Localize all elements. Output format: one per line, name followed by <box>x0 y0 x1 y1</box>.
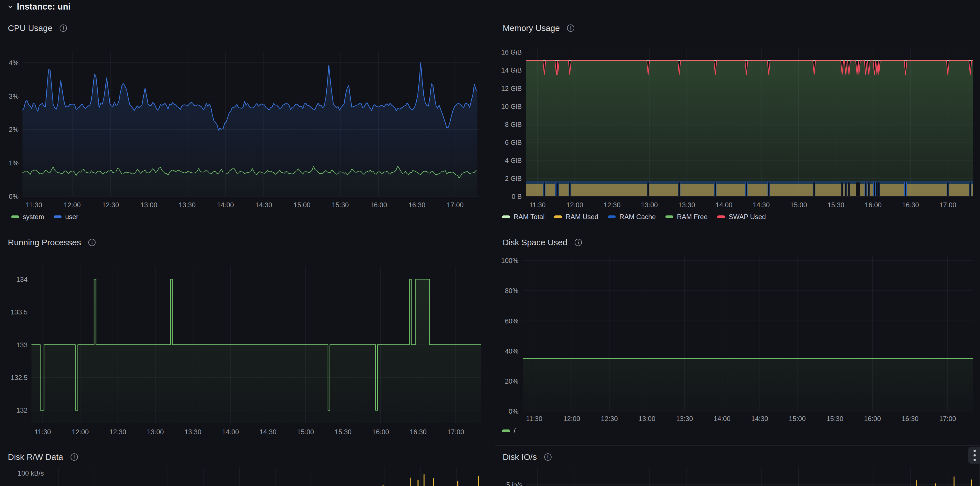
disk-io-panel-outline <box>495 446 980 486</box>
info-icon[interactable]: i <box>60 24 67 32</box>
svg-text:16:30: 16:30 <box>410 428 426 436</box>
legend-item-ram-total[interactable]: RAM Total <box>502 213 544 221</box>
svg-text:17:00: 17:00 <box>447 201 464 209</box>
panel-title-running-processes[interactable]: Running Processes i <box>8 237 95 248</box>
svg-text:14:00: 14:00 <box>716 201 732 209</box>
svg-text:16:00: 16:00 <box>864 415 881 422</box>
svg-text:4%: 4% <box>9 59 19 67</box>
svg-text:15:30: 15:30 <box>827 415 843 422</box>
legend-swatch <box>54 215 62 218</box>
svg-text:15:00: 15:00 <box>790 201 807 209</box>
svg-text:13:30: 13:30 <box>678 201 695 209</box>
legend-item-ram-used[interactable]: RAM Used <box>554 213 598 221</box>
svg-text:40%: 40% <box>505 347 519 355</box>
svg-text:13:30: 13:30 <box>676 415 693 422</box>
svg-text:16:30: 16:30 <box>409 201 425 209</box>
legend-label: RAM Total <box>514 213 544 221</box>
svg-text:12:30: 12:30 <box>601 415 617 422</box>
svg-text:15:30: 15:30 <box>332 201 349 209</box>
panel-title-text: CPU Usage <box>8 23 52 33</box>
panel-title-disk-rw-data[interactable]: Disk R/W Data i <box>8 451 78 463</box>
legend-swatch <box>608 215 616 218</box>
svg-text:6 GiB: 6 GiB <box>505 139 522 146</box>
chart-memory-usage: 0 B2 GiB4 GiB6 GiB8 GiB10 GiB12 GiB14 Gi… <box>501 48 973 209</box>
dashboard-charts-canvas[interactable]: 0%1%2%3%4%11:3012:0012:3013:0013:3014:00… <box>0 0 980 486</box>
legend-swatch <box>11 215 19 218</box>
legend-swatch <box>502 215 510 218</box>
svg-text:12:30: 12:30 <box>102 201 119 209</box>
svg-text:13:00: 13:00 <box>638 415 655 422</box>
dashboard-page: 0%1%2%3%4%11:3012:0012:3013:0013:3014:00… <box>0 0 980 486</box>
panel-title-cpu-usage[interactable]: CPU Usage i <box>8 22 67 34</box>
svg-text:132.5: 132.5 <box>11 374 27 381</box>
svg-text:15:00: 15:00 <box>789 415 806 422</box>
legend-label: system <box>23 213 44 221</box>
svg-text:2%: 2% <box>9 126 19 133</box>
svg-text:8 GiB: 8 GiB <box>505 121 522 128</box>
svg-text:16:00: 16:00 <box>370 201 387 209</box>
svg-text:14:30: 14:30 <box>255 201 272 209</box>
legend-label: user <box>65 213 78 221</box>
legend-item-user[interactable]: user <box>54 213 78 221</box>
svg-text:16:00: 16:00 <box>372 428 389 436</box>
legend-memory-usage: RAM TotalRAM UsedRAM CacheRAM FreeSWAP U… <box>502 213 766 221</box>
svg-text:132: 132 <box>16 406 27 414</box>
svg-text:11:30: 11:30 <box>526 415 542 422</box>
svg-text:13:00: 13:00 <box>147 428 164 436</box>
svg-text:15:30: 15:30 <box>334 428 352 436</box>
svg-text:2 GiB: 2 GiB <box>505 175 522 182</box>
legend-item-system[interactable]: system <box>11 213 44 221</box>
legend-item-ram-cache[interactable]: RAM Cache <box>608 213 655 221</box>
legend-swatch <box>717 215 725 218</box>
legend-disk-space-used: / <box>502 427 515 435</box>
legend-item-swap-used[interactable]: SWAP Used <box>717 213 766 221</box>
panel-title-disk-space-used[interactable]: Disk Space Used i <box>503 237 582 248</box>
svg-text:16:00: 16:00 <box>865 201 881 209</box>
svg-text:12:00: 12:00 <box>64 201 81 209</box>
svg-text:11:30: 11:30 <box>529 201 546 209</box>
svg-text:14:00: 14:00 <box>222 428 239 436</box>
svg-text:12:00: 12:00 <box>72 428 89 436</box>
legend-swatch <box>554 215 562 218</box>
info-icon[interactable]: i <box>88 239 95 246</box>
svg-text:16 GiB: 16 GiB <box>501 48 522 56</box>
svg-text:0%: 0% <box>9 193 19 200</box>
legend-cpu-usage: systemuser <box>11 213 78 221</box>
svg-text:12 GiB: 12 GiB <box>501 84 522 92</box>
chart-running-processes: 132132.5133133.513411:3012:0012:3013:001… <box>11 266 481 436</box>
panel-menu-kebab-icon[interactable] <box>968 447 980 464</box>
legend-label: RAM Free <box>677 213 708 221</box>
info-icon[interactable]: i <box>70 453 78 461</box>
legend-item--[interactable]: / <box>502 427 515 435</box>
svg-text:15:00: 15:00 <box>293 201 310 209</box>
legend-item-ram-free[interactable]: RAM Free <box>665 213 708 221</box>
legend-label: / <box>514 427 515 435</box>
legend-swatch <box>502 429 510 432</box>
svg-text:11:30: 11:30 <box>26 201 42 209</box>
panel-title-memory-usage[interactable]: Memory Usage i <box>503 22 574 34</box>
info-icon[interactable]: i <box>544 453 552 461</box>
row-header-instance[interactable]: Instance: uni <box>7 2 70 12</box>
svg-text:3%: 3% <box>9 92 19 100</box>
panel-title-disk-io[interactable]: Disk IO/s i <box>503 451 552 463</box>
svg-text:14:30: 14:30 <box>751 415 768 422</box>
svg-text:13:30: 13:30 <box>179 201 196 209</box>
info-icon[interactable]: i <box>567 24 574 32</box>
svg-text:12:30: 12:30 <box>604 201 620 209</box>
legend-label: RAM Used <box>566 213 598 221</box>
svg-text:4 GiB: 4 GiB <box>505 157 522 164</box>
svg-text:20%: 20% <box>505 378 519 385</box>
svg-text:133: 133 <box>16 341 27 349</box>
svg-text:14:30: 14:30 <box>753 201 770 209</box>
info-icon[interactable]: i <box>574 239 582 246</box>
svg-text:13:00: 13:00 <box>140 201 157 209</box>
svg-text:80%: 80% <box>505 287 519 295</box>
panel-title-text: Memory Usage <box>503 23 560 33</box>
svg-text:100 kB/s: 100 kB/s <box>18 469 44 477</box>
svg-text:16:30: 16:30 <box>902 415 918 422</box>
row-header-label: Instance: uni <box>17 2 70 12</box>
svg-text:14:00: 14:00 <box>217 201 234 209</box>
chart-disk-rw-data: 100 kB/s <box>18 467 481 486</box>
svg-text:10 GiB: 10 GiB <box>501 103 522 110</box>
svg-text:14:30: 14:30 <box>259 428 276 436</box>
